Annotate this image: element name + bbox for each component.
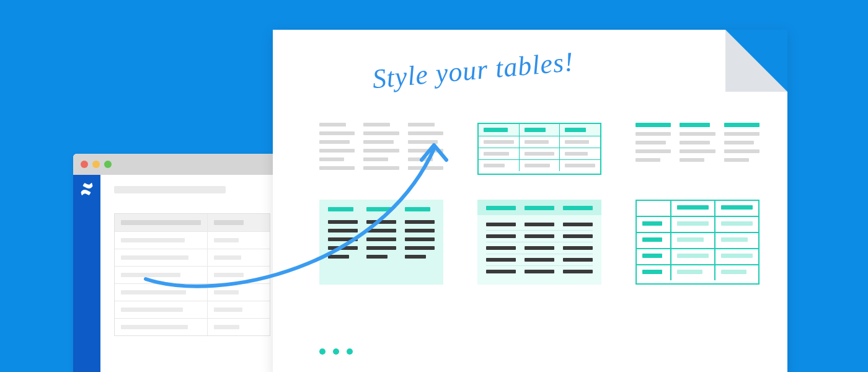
window-maximize-dot[interactable] (104, 161, 112, 168)
table-samples-grid (319, 123, 766, 285)
browser-titlebar (73, 154, 284, 175)
sample-plain-gray (319, 123, 443, 175)
page-fold (725, 30, 787, 92)
more-styles-indicator (319, 348, 353, 355)
styled-document: Style your tables! (273, 30, 787, 372)
window-close-dot[interactable] (81, 161, 88, 168)
browser-sidebar (73, 175, 100, 372)
dot-icon (319, 348, 326, 355)
sample-mint-striped (477, 200, 601, 285)
dot-icon (333, 348, 339, 355)
sample-mint-three-col (319, 200, 443, 285)
page-title-placeholder (114, 186, 226, 193)
sample-teal-bordered (477, 123, 601, 175)
source-table (114, 213, 270, 336)
dot-icon (347, 348, 353, 355)
browser-window (73, 154, 284, 372)
confluence-icon (80, 182, 94, 196)
headline-text: Style your tables! (371, 46, 575, 95)
sample-teal-grid (636, 200, 760, 285)
browser-content (100, 175, 284, 372)
sample-teal-header (636, 123, 760, 175)
browser-body (73, 175, 284, 372)
window-minimize-dot[interactable] (92, 161, 100, 168)
